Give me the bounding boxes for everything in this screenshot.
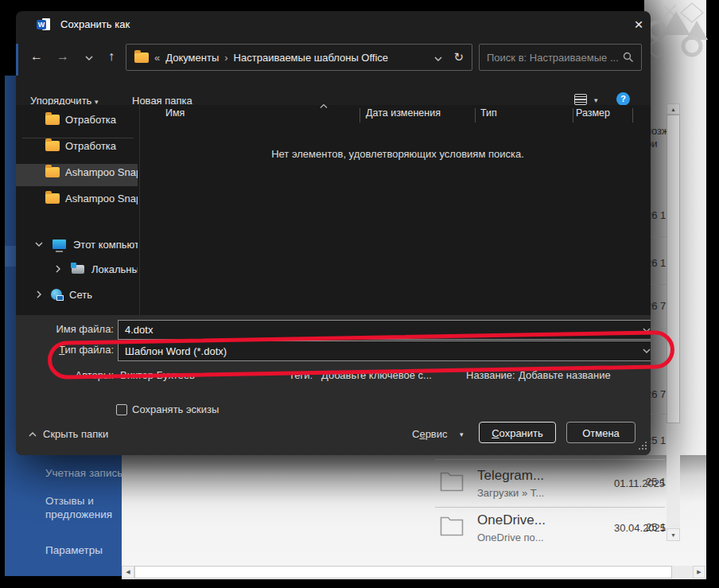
hide-folders-button[interactable]: Скрыть папки [43,428,108,440]
save-thumbnails-label: Сохранять эскизы [132,403,219,415]
address-bar[interactable]: « Документы › Настраиваемые шаблоны Offi… [126,44,472,71]
tree-item-local-disk[interactable]: Локальный ди [16,258,138,280]
folder-icon [45,193,60,204]
tools-rest: рвис [426,428,448,440]
scroll-down-button[interactable]: ▼ [667,528,680,541]
screenshot-root: Учетная запись Отзывы и предложения Пара… [0,0,719,588]
chevron-down-icon [85,56,93,60]
horizontal-scrollbar-track[interactable] [672,566,693,578]
breadcrumb-separator: › [219,52,233,64]
scroll-down-icon: ▼ [670,532,676,538]
column-header-date[interactable]: Дата изменения [366,107,441,119]
backstage-bottom-panel [122,455,706,579]
word-app-icon: W [37,18,51,32]
recent-file-name[interactable]: OneDrive... [477,512,546,528]
address-dropdown[interactable] [434,52,442,64]
column-header-size[interactable]: Размер [576,107,610,119]
tree-item-folder[interactable]: Ashampoo Snap [16,161,138,183]
scroll-up-button[interactable]: ▲ [667,103,680,115]
folder-outline-icon [440,471,464,492]
tags-label: Теги: [289,369,313,381]
tree-item-folder[interactable]: Отработка [16,134,138,157]
save-rest: охранить [499,427,543,439]
authors-label: Авторы: [48,369,114,382]
forward-button[interactable]: → [54,48,72,65]
close-button[interactable]: × [628,16,649,35]
tree-item-label: Ashampoo Snap [65,166,138,178]
tree-item-folder[interactable]: Отработка [16,108,138,130]
chevron-right-icon [37,290,41,298]
doc-title-label: Название: [466,369,515,381]
scroll-right-button[interactable]: ▶ [693,566,705,578]
backstage-menu-options[interactable]: Параметры [45,543,122,557]
save-accel: С [492,427,499,439]
tools-pre: С [412,428,419,440]
tools-menu-caret[interactable]: ▾ [460,430,464,438]
column-divider[interactable] [475,108,476,123]
folder-icon [45,141,60,151]
dialog-titlebar[interactable]: W Сохранить как × [16,11,651,38]
up-button[interactable]: ↑ [103,48,120,65]
scroll-right-icon: ▶ [697,569,701,575]
scroll-left-icon: ◀ [126,569,130,575]
help-button[interactable]: ? [616,92,630,106]
folder-icon [134,53,149,63]
column-divider[interactable] [360,108,360,123]
search-box[interactable] [479,44,642,71]
recent-file-path: OneDrive по... [477,532,544,543]
filename-combobox[interactable]: 4.dotx [118,320,651,340]
filetype-label-rest: ип файла: [64,344,114,356]
filename-value: 4.dotx [125,324,643,336]
refresh-icon[interactable]: ↻ [453,50,464,64]
vertical-scrollbar-track[interactable] [667,423,680,528]
view-mode-dropdown[interactable]: ▾ [594,96,598,104]
chevron-down-icon [35,242,43,247]
list-separator [435,507,665,508]
back-button[interactable]: ← [28,48,45,65]
backstage-menu-feedback[interactable]: Отзывы и предложения [45,494,122,521]
cancel-button[interactable]: Отмена [566,422,635,443]
breadcrumb-collapse[interactable]: « [149,52,165,64]
column-header-type[interactable]: Тип [480,107,497,119]
tools-menu[interactable]: Сервис [412,428,448,440]
vertical-scrollbar-thumb[interactable] [667,115,680,423]
tree-item-label: Отработка [65,114,116,126]
sort-ascending-icon [320,104,328,108]
backstage-selected-indicator [5,246,16,267]
scroll-left-button[interactable]: ◀ [122,566,134,578]
filetype-select[interactable]: Шаблон Word (*.dotx) [118,341,651,361]
column-divider[interactable] [573,108,573,123]
column-divider[interactable] [632,108,633,123]
breadcrumb-documents[interactable]: Документы [165,52,219,64]
list-separator [435,459,665,460]
local-disk-icon [72,265,84,274]
tree-item-label: Ashampoo Snap [65,193,138,204]
chevron-down-icon [643,349,651,353]
column-header-name[interactable]: Имя [165,107,185,119]
scroll-up-icon: ▲ [670,107,676,112]
chevron-down-icon [434,56,442,61]
word-icon-logo: W [37,20,46,29]
tree-item-label: Отработка [65,140,116,152]
recent-file-date: 30.04.2025 1 [614,522,667,534]
tree-item-network[interactable]: Сеть [16,283,138,306]
backstage-menu-account[interactable]: Учетная запись [45,466,122,480]
dialog-title: Сохранить как [60,11,130,38]
authors-value[interactable]: Виктор Бухтеев [120,369,195,381]
save-thumbnails-checkbox[interactable] [116,404,127,415]
horizontal-scrollbar-thumb[interactable] [134,566,672,578]
recent-file-path: Загрузки » Т... [477,487,544,499]
doc-title-value[interactable]: Добавьте название [519,369,611,381]
tree-item-this-pc[interactable]: Этот компьюте [16,233,138,255]
breadcrumb-templates[interactable]: Настраиваемые шаблоны Office [234,52,388,64]
search-input[interactable] [480,52,623,64]
tree-item-folder[interactable]: Ashampoo Snap [16,187,138,209]
tags-value[interactable]: Добавьте ключевое с... [321,369,432,381]
recent-locations-button[interactable] [80,48,98,65]
search-icon [623,52,634,63]
view-mode-icon[interactable] [574,94,587,105]
tools-accel: е [419,428,425,440]
recent-file-name[interactable]: Telegram... [477,468,544,484]
folder-icon [45,115,60,125]
save-button[interactable]: Сохранить [479,422,556,443]
